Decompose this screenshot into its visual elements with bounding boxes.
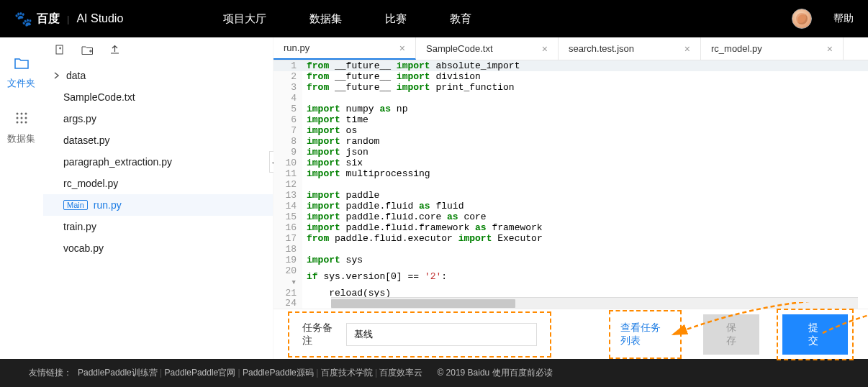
logo[interactable]: 🐾 百度 | AI Studio: [14, 10, 202, 27]
code-line[interactable]: [302, 93, 868, 104]
code-line[interactable]: if sys.version[0] == '2':: [302, 265, 868, 288]
tab-label: SampleCode.txt: [426, 43, 493, 54]
remark-highlight: 任务备注: [288, 311, 551, 358]
tree-folder-data[interactable]: data: [43, 65, 273, 86]
tree-file[interactable]: dataset.py: [43, 129, 273, 151]
close-icon[interactable]: ×: [399, 42, 405, 54]
code-line[interactable]: import paddle.fluid.core as core: [302, 211, 868, 222]
tree-file[interactable]: vocab.py: [43, 237, 273, 259]
svg-point-2: [24, 113, 27, 115]
tree-file[interactable]: train.py: [43, 216, 273, 237]
new-folder-icon[interactable]: [81, 45, 94, 58]
editor-tab[interactable]: search.test.json×: [559, 37, 701, 60]
dataset-icon: [15, 111, 28, 128]
gutter-line: 18: [273, 244, 302, 255]
code-line[interactable]: [302, 244, 868, 255]
save-button[interactable]: 保 存: [703, 314, 759, 355]
code-line[interactable]: reload(sys): [302, 288, 868, 297]
file-name: vocab.py: [63, 242, 104, 254]
svg-point-1: [20, 113, 22, 115]
gutter-line: 20 ▾: [273, 265, 302, 288]
footer-link[interactable]: 百度技术学院: [321, 368, 373, 378]
view-tasks-link[interactable]: 查看任务列表: [620, 322, 661, 346]
tree-file[interactable]: paragraph_extraction.py: [43, 151, 273, 173]
code-line[interactable]: import time: [302, 114, 868, 125]
code-line[interactable]: import paddle.fluid.framework as framewo…: [302, 222, 868, 233]
gutter-line: 7: [273, 125, 302, 136]
footer-link[interactable]: PaddlePaddle源码: [243, 368, 314, 378]
paw-icon: 🐾: [14, 10, 32, 27]
code-line[interactable]: import six: [302, 158, 868, 168]
remark-label: 任务备注: [302, 322, 338, 347]
file-name: args.py: [63, 113, 96, 124]
editor-tab[interactable]: rc_model.py×: [701, 37, 844, 60]
code-line[interactable]: import numpy as np: [302, 104, 868, 114]
code-line[interactable]: from __future__ import division: [302, 71, 868, 82]
tab-label: rc_model.py: [711, 43, 762, 54]
gutter-line: 17: [273, 233, 302, 244]
footer-link[interactable]: PaddlePaddle训练营: [78, 368, 158, 378]
gutter-line: 6: [273, 114, 302, 125]
gutter-line: 21: [273, 288, 302, 297]
footer-link[interactable]: PaddlePaddle官网: [165, 368, 236, 378]
code-line[interactable]: import multiprocessing: [302, 168, 868, 179]
code-line[interactable]: import json: [302, 147, 868, 158]
remark-input[interactable]: [346, 323, 537, 346]
code-editor[interactable]: 1from __future__ import absolute_import2…: [273, 60, 868, 297]
new-file-icon[interactable]: [55, 45, 65, 58]
code-line[interactable]: import os: [302, 125, 868, 136]
tree-file[interactable]: Mainrun.py: [43, 194, 273, 216]
avatar[interactable]: [792, 9, 812, 29]
file-name: train.py: [63, 221, 96, 232]
footer-link[interactable]: 百度效率云: [379, 368, 422, 378]
submit-button[interactable]: 提 交: [782, 314, 848, 355]
folder-icon: [14, 58, 29, 73]
code-line[interactable]: from __future__ import print_function: [302, 82, 868, 93]
file-name: dataset.py: [63, 135, 110, 146]
gutter-line: 5: [273, 104, 302, 114]
editor-tab[interactable]: run.py×: [273, 37, 416, 60]
leftbar-files[interactable]: 文件夹: [7, 58, 35, 90]
tree-file[interactable]: SampleCode.txt: [43, 86, 273, 108]
footer-label: 友情链接：: [29, 367, 72, 379]
leftbar-dataset-label: 数据集: [7, 132, 35, 145]
separator: |: [373, 368, 380, 378]
main-badge: Main: [63, 200, 88, 210]
gutter-line: 24: [273, 297, 302, 309]
code-line[interactable]: from paddle.fluid.executor import Execut…: [302, 233, 868, 244]
code-line[interactable]: import random: [302, 136, 868, 147]
tree-file[interactable]: rc_model.py: [43, 173, 273, 194]
file-name: rc_model.py: [63, 178, 118, 189]
nav-projects[interactable]: 项目大厅: [223, 12, 266, 26]
footer-copyright: © 2019 Baidu 使用百度前必读: [437, 367, 552, 379]
nav-competitions[interactable]: 比赛: [385, 12, 407, 26]
close-icon[interactable]: ×: [827, 43, 833, 55]
separator: |: [314, 368, 321, 378]
gutter-line: 12: [273, 179, 302, 190]
gutter-line: 19: [273, 255, 302, 265]
gutter-line: 13: [273, 190, 302, 201]
upload-icon[interactable]: [109, 45, 120, 58]
separator: |: [235, 368, 243, 378]
svg-point-6: [16, 122, 18, 124]
app-header: 🐾 百度 | AI Studio 项目大厅 数据集 比赛 教育 帮助: [0, 0, 868, 37]
horizontal-scrollbar[interactable]: [331, 297, 858, 309]
top-nav: 项目大厅 数据集 比赛 教育: [202, 12, 792, 26]
nav-education[interactable]: 教育: [450, 12, 471, 26]
editor-tab[interactable]: SampleCode.txt×: [416, 37, 559, 60]
close-icon[interactable]: ×: [684, 43, 690, 55]
submit-highlight: 提 交: [777, 309, 854, 360]
code-line[interactable]: import sys: [302, 255, 868, 265]
code-line[interactable]: from __future__ import absolute_import: [302, 60, 868, 71]
nav-datasets[interactable]: 数据集: [309, 12, 342, 26]
left-iconbar: 文件夹 数据集: [0, 37, 43, 359]
separator: |: [158, 368, 165, 378]
help-link[interactable]: 帮助: [833, 12, 854, 25]
code-line[interactable]: [302, 179, 868, 190]
bottom-bar: 任务备注 查看任务列表 保 存 提 交: [273, 309, 868, 359]
close-icon[interactable]: ×: [542, 43, 548, 55]
tree-file[interactable]: args.py: [43, 108, 273, 129]
leftbar-dataset[interactable]: 数据集: [7, 111, 35, 145]
code-line[interactable]: import paddle: [302, 190, 868, 201]
code-line[interactable]: import paddle.fluid as fluid: [302, 201, 868, 211]
